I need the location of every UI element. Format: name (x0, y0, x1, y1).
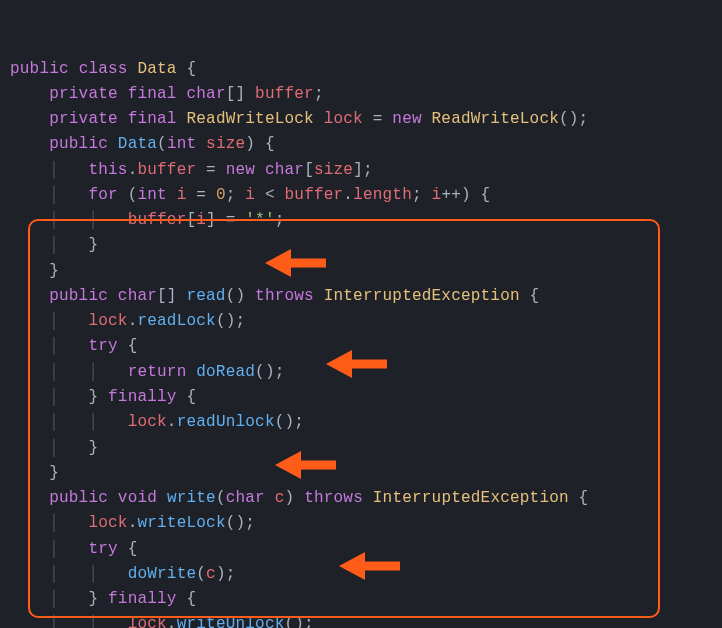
token: (); (285, 615, 314, 628)
token: void (118, 489, 157, 507)
token: InterruptedException (324, 287, 520, 305)
token: ( (157, 135, 167, 153)
token: │ (49, 540, 88, 558)
token: ]; (353, 161, 373, 179)
token (10, 540, 49, 558)
token (10, 161, 49, 179)
token: [ (186, 211, 196, 229)
token: = (186, 186, 215, 204)
token: public (10, 60, 69, 78)
token: final (128, 85, 177, 103)
code-line: │ this.buffer = new char[size]; (10, 158, 722, 183)
token: ++) { (441, 186, 490, 204)
token (10, 439, 49, 457)
token (10, 514, 49, 532)
code-line: │ for (int i = 0; i < buffer.length; i++… (10, 183, 722, 208)
token: } (88, 439, 98, 457)
code-line: │ │ lock.readUnlock(); (10, 410, 722, 435)
token: int (137, 186, 166, 204)
token: length (353, 186, 412, 204)
code-line: │ lock.writeLock(); (10, 511, 722, 536)
token: finally (108, 590, 177, 608)
code-content: public class Data { private final char[]… (10, 57, 722, 628)
token: { (118, 540, 138, 558)
token: │ (49, 161, 88, 179)
token (10, 110, 49, 128)
token: │ │ (49, 363, 127, 381)
token: [ (304, 161, 314, 179)
token (265, 489, 275, 507)
token: buffer (285, 186, 344, 204)
token (10, 489, 49, 507)
token (128, 60, 138, 78)
token: char (186, 85, 225, 103)
token: doWrite (128, 565, 197, 583)
code-line: public char[] read() throws InterruptedE… (10, 284, 722, 309)
token: ) (285, 489, 305, 507)
token: │ │ (49, 211, 127, 229)
token: │ (49, 337, 88, 355)
token (10, 85, 49, 103)
token: ) { (245, 135, 274, 153)
token: = (196, 161, 225, 179)
token: i (245, 186, 255, 204)
token (10, 615, 49, 628)
token: . (343, 186, 353, 204)
token: (); (216, 312, 245, 330)
token: c (206, 565, 216, 583)
token: = (363, 110, 392, 128)
token: buffer (255, 85, 314, 103)
token (10, 590, 49, 608)
code-line: private final ReadWriteLock lock = new R… (10, 107, 722, 132)
token: { (118, 337, 138, 355)
token: InterruptedException (373, 489, 569, 507)
token: public (49, 287, 108, 305)
token: public (49, 135, 108, 153)
token: < (255, 186, 284, 204)
token: int (167, 135, 196, 153)
token (10, 388, 49, 406)
token: private (49, 110, 118, 128)
token (118, 110, 128, 128)
code-line: } (10, 259, 722, 284)
token: . (167, 413, 177, 431)
token: lock (88, 312, 127, 330)
token: new (392, 110, 421, 128)
token (157, 489, 167, 507)
code-line: │ │ lock.writeUnlock(); (10, 612, 722, 628)
code-editor: public class Data { private final char[]… (0, 0, 722, 628)
token (10, 413, 49, 431)
token (10, 135, 49, 153)
token: new (226, 161, 255, 179)
token (10, 337, 49, 355)
token (108, 287, 118, 305)
token: this (88, 161, 127, 179)
token: ; (226, 186, 246, 204)
token: ( (216, 489, 226, 507)
token (10, 211, 49, 229)
token: [] (226, 85, 255, 103)
code-line: │ try { (10, 334, 722, 359)
token: size (314, 161, 353, 179)
code-line: │ │ doWrite(c); (10, 562, 722, 587)
code-line: public class Data { (10, 57, 722, 82)
token: c (275, 489, 285, 507)
token: '*' (245, 211, 274, 229)
code-line: │ } (10, 233, 722, 258)
token (10, 186, 49, 204)
token (363, 489, 373, 507)
token: finally (108, 388, 177, 406)
token (10, 565, 49, 583)
token: . (128, 312, 138, 330)
token: readUnlock (177, 413, 275, 431)
token: readLock (137, 312, 215, 330)
token: ReadWriteLock (432, 110, 559, 128)
token: . (128, 161, 138, 179)
token: for (88, 186, 117, 204)
token: writeLock (137, 514, 225, 532)
token: class (79, 60, 128, 78)
token: write (167, 489, 216, 507)
code-line: │ } (10, 436, 722, 461)
token: (); (255, 363, 284, 381)
token: │ │ (49, 565, 127, 583)
